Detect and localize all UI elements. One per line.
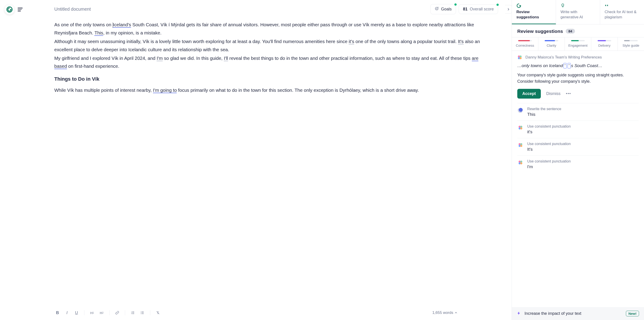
- category-label: Style guide: [622, 44, 639, 47]
- goals-button[interactable]: Goals: [430, 4, 456, 14]
- suggestion-type: Rewrite the sentence: [527, 107, 561, 111]
- suggestion-type: Use consistent punctuation: [527, 124, 571, 128]
- svg-point-7: [141, 311, 141, 312]
- score-label: Overall score: [470, 7, 494, 12]
- dismiss-button[interactable]: Dismiss: [546, 91, 560, 96]
- suggestion-row[interactable]: Rewrite the sentence This: [517, 103, 638, 121]
- text: As one of the only towns on: [54, 22, 113, 27]
- suggestion-underline[interactable]: This: [94, 30, 103, 36]
- lightbulb-icon: [560, 3, 595, 8]
- editor-content[interactable]: As one of the only towns on Iceland's So…: [0, 18, 512, 320]
- style-guide-icon: [517, 142, 524, 148]
- style-guide-icon: [517, 124, 524, 131]
- tab-plagiarism[interactable]: Check for AI text & plagiarism: [600, 0, 644, 24]
- suggestion-underline[interactable]: I'll: [224, 56, 228, 61]
- word-count-text: 1,655 words: [432, 310, 453, 315]
- bold-button[interactable]: B: [54, 309, 61, 316]
- clarity-icon: [517, 107, 524, 113]
- underline-button[interactable]: U: [73, 309, 80, 316]
- link-button[interactable]: [114, 309, 120, 316]
- category-style-guide[interactable]: Style guide: [618, 37, 644, 51]
- progress-bar: [571, 40, 585, 41]
- word-count[interactable]: 1,655 words: [432, 310, 457, 315]
- suggestion-word: it's: [527, 129, 571, 134]
- suggestion-row[interactable]: Use consistent punctuation It's: [517, 138, 638, 155]
- suggestion-word: It's: [527, 147, 571, 152]
- category-delivery[interactable]: Delivery: [591, 37, 618, 51]
- style-guide-icon: [517, 159, 524, 166]
- svg-point-21: [520, 145, 522, 147]
- svg-point-8: [141, 312, 141, 313]
- featured-suggestion-card: Danny Maiorca's Team's Writing Preferenc…: [517, 51, 638, 103]
- impact-banner[interactable]: Increase the impact of your text New!: [512, 307, 644, 320]
- text: on first-hand experience.: [67, 63, 119, 69]
- category-correctness[interactable]: Correctness: [512, 37, 538, 51]
- separator: [150, 310, 150, 315]
- numbered-list-button[interactable]: 123: [130, 309, 136, 316]
- suggestion-underline[interactable]: It's: [458, 39, 464, 44]
- suggestion-count-badge: 84: [566, 29, 575, 34]
- progress-bar: [545, 40, 558, 41]
- suggestion-word: I'm: [527, 164, 571, 169]
- new-badge: New!: [626, 311, 639, 316]
- separator: [125, 310, 125, 315]
- banner-text: Increase the impact of your text: [524, 311, 622, 316]
- svg-text:3: 3: [131, 313, 132, 314]
- text: Although it may seem unassuming initiall…: [54, 39, 349, 44]
- document-title[interactable]: Untitled document: [54, 7, 426, 12]
- text: , in my opinion, is a mistake.: [103, 30, 162, 35]
- text: My girlfriend and I explored Vík in Apri…: [54, 56, 156, 61]
- score-indicator-dot: [496, 3, 499, 6]
- bullet-list-button[interactable]: [139, 309, 146, 316]
- replacement-char: ’: [564, 63, 566, 68]
- separator: [109, 310, 110, 315]
- quote-icon: [605, 3, 640, 8]
- italic-button[interactable]: I: [64, 309, 70, 316]
- grammarly-logo[interactable]: [4, 5, 14, 15]
- heading-2: Things to Do in Vík: [54, 76, 480, 82]
- category-label: Delivery: [598, 44, 610, 47]
- replacement-char: ': [568, 63, 571, 68]
- suggestion-underline[interactable]: I'm going to: [153, 87, 177, 93]
- text: focus primarily on what to do in the tow…: [177, 87, 419, 93]
- suggestions-sidebar: Review suggestions Write with generative…: [512, 0, 644, 320]
- suggestion-row[interactable]: Use consistent punctuation it's: [517, 121, 638, 138]
- progress-bar: [598, 40, 611, 41]
- category-clarity[interactable]: Clarity: [538, 37, 565, 51]
- tab-generative-ai[interactable]: Write with generative AI: [556, 0, 600, 24]
- suggestion-row[interactable]: Use consistent punctuation I'm: [517, 155, 638, 173]
- goals-indicator-dot: [454, 3, 457, 6]
- accept-button[interactable]: Accept: [517, 89, 541, 99]
- clear-formatting-button[interactable]: [155, 309, 161, 316]
- text: While Vík has multiple points of interes…: [54, 87, 153, 93]
- text: reveal the best things to do in the town…: [228, 56, 472, 61]
- suggestion-underline[interactable]: I'm: [156, 56, 163, 61]
- svg-point-25: [520, 162, 522, 164]
- category-label: Correctness: [516, 44, 534, 47]
- category-label: Engagement: [568, 44, 588, 47]
- collapse-sidebar-button[interactable]: [505, 5, 512, 14]
- suggestion-word: This: [527, 112, 561, 117]
- svg-point-13: [520, 57, 522, 59]
- panel-title: Review suggestions: [517, 29, 563, 34]
- suggestion-underline[interactable]: Iceland's: [113, 22, 131, 28]
- formatting-toolbar: B I U H1 H2 123 1,655 words: [0, 306, 512, 320]
- svg-point-17: [520, 127, 522, 129]
- tab-label: Check for AI text & plagiarism: [605, 10, 640, 20]
- text-cursor: [113, 23, 113, 28]
- progress-bar: [518, 40, 532, 41]
- text: one of the only towns along a popular to…: [354, 39, 458, 44]
- category-engagement[interactable]: Engagement: [565, 37, 591, 51]
- suggestion-source: Danny Maiorca's Team's Writing Preferenc…: [526, 55, 602, 60]
- style-guide-icon: [517, 55, 522, 60]
- suggestion-type: Use consistent punctuation: [527, 159, 571, 164]
- tab-label: Review suggestions: [516, 10, 551, 20]
- more-options-button[interactable]: •••: [566, 92, 571, 96]
- overall-score-button[interactable]: 81 Overall score: [459, 4, 498, 14]
- h1-button[interactable]: H1: [89, 309, 95, 316]
- tab-review-suggestions[interactable]: Review suggestions: [512, 0, 556, 24]
- menu-toggle-icon[interactable]: [18, 7, 23, 12]
- h2-button[interactable]: H2: [98, 309, 105, 316]
- suggestion-underline[interactable]: it's: [349, 39, 354, 44]
- category-label: Clarity: [547, 44, 556, 47]
